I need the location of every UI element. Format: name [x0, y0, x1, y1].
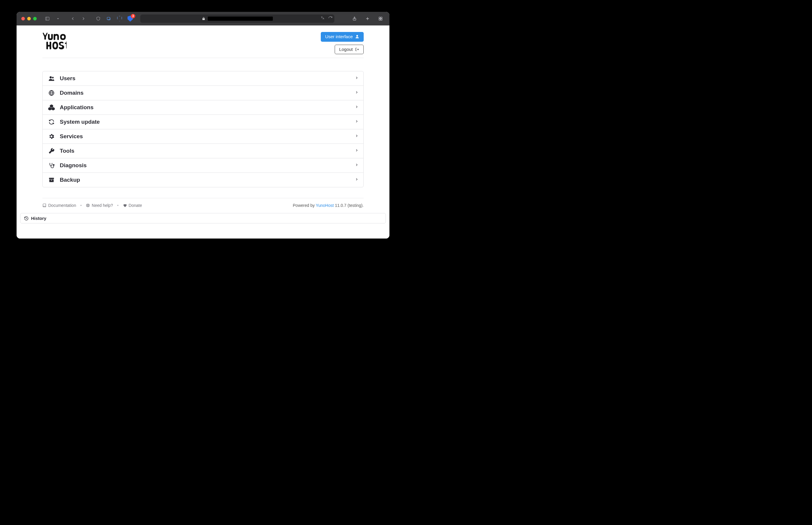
extension-shield-fill-icon[interactable]: 3 [126, 15, 134, 23]
stethoscope-icon [48, 162, 55, 169]
footer-powered-by: Powered by YunoHost 11.0.7 (testing). [293, 203, 364, 208]
menu-item-applications[interactable]: Applications [43, 100, 363, 115]
share-button[interactable] [350, 15, 359, 23]
browser-toolbar: 3 [17, 12, 389, 26]
footer-separator: • [116, 203, 120, 208]
book-icon [42, 203, 46, 208]
svg-line-22 [87, 206, 87, 207]
footer-need-help-label: Need help? [92, 203, 113, 208]
svg-rect-0 [46, 17, 49, 20]
chevron-right-icon [355, 75, 358, 81]
gear-icon [48, 133, 55, 140]
reload-button[interactable] [328, 16, 333, 21]
menu-item-label: Services [60, 133, 350, 140]
main-menu: Users Domains Applications [42, 71, 364, 188]
extension-badge: 3 [131, 14, 135, 18]
archive-icon [48, 176, 55, 183]
sidebar-toggle-button[interactable] [43, 15, 51, 23]
menu-item-tools[interactable]: Tools [43, 144, 363, 158]
logo-icon [42, 32, 66, 50]
menu-item-domains[interactable]: Domains [43, 86, 363, 100]
window-controls [21, 17, 37, 20]
extension-tabs-icon[interactable] [105, 15, 113, 23]
refresh-icon [48, 118, 55, 125]
chevron-right-icon [355, 119, 358, 125]
svg-point-19 [87, 205, 89, 206]
svg-point-11 [50, 76, 52, 78]
svg-rect-10 [381, 19, 382, 20]
svg-rect-3 [107, 17, 110, 19]
menu-item-diagnosis[interactable]: Diagnosis [43, 158, 363, 172]
history-icon [24, 216, 29, 221]
chevron-right-icon [355, 177, 358, 183]
menu-item-label: System update [60, 119, 350, 125]
user-interface-button[interactable]: User interface [321, 32, 364, 42]
address-bar[interactable] [140, 15, 334, 23]
close-window-button[interactable] [21, 17, 25, 20]
browser-window: 3 [17, 12, 389, 239]
footer-documentation-label: Documentation [48, 203, 76, 208]
footer-separator: • [79, 203, 83, 208]
extension-shield-outline-icon[interactable] [116, 15, 124, 23]
footer-donate-link[interactable]: Donate [123, 203, 142, 208]
menu-item-label: Tools [60, 148, 350, 154]
chevron-right-icon [355, 163, 358, 168]
page-header: User interface Logout [42, 26, 364, 58]
svg-rect-16 [49, 179, 54, 182]
svg-line-21 [89, 204, 89, 205]
menu-item-label: Backup [60, 177, 350, 183]
chevron-right-icon [355, 134, 358, 139]
user-interface-label: User interface [325, 34, 353, 39]
footer-documentation-link[interactable]: Documentation [42, 203, 76, 208]
logout-icon [355, 47, 359, 51]
tab-group-dropdown[interactable] [54, 15, 62, 23]
svg-point-12 [52, 77, 54, 79]
tab-overview-button[interactable] [376, 15, 385, 23]
powered-by-prefix: Powered by [293, 203, 316, 208]
nav-forward-button[interactable] [79, 15, 88, 23]
user-icon [355, 35, 359, 39]
menu-item-backup[interactable]: Backup [43, 172, 363, 187]
menu-item-label: Users [60, 75, 350, 82]
heart-icon [123, 203, 127, 208]
menu-item-label: Diagnosis [60, 162, 350, 169]
privacy-shield-icon[interactable] [94, 15, 102, 23]
powered-by-version: 11.0.7 (testing). [334, 203, 364, 208]
chevron-right-icon [355, 148, 358, 154]
minimize-window-button[interactable] [27, 17, 31, 20]
footer-need-help-link[interactable]: Need help? [86, 203, 113, 208]
translate-icon[interactable] [320, 16, 325, 21]
menu-item-users[interactable]: Users [43, 71, 363, 86]
new-tab-button[interactable] [363, 15, 372, 23]
lock-icon [202, 17, 205, 20]
nav-back-button[interactable] [69, 15, 77, 23]
history-bar[interactable]: History [20, 213, 386, 223]
page-footer: Documentation • Need help? • Donate Powe… [42, 198, 364, 211]
menu-item-system-update[interactable]: System update [43, 115, 363, 129]
menu-item-label: Applications [60, 104, 350, 111]
logout-label: Logout [339, 47, 353, 52]
chevron-right-icon [355, 104, 358, 110]
url-redacted [208, 17, 273, 21]
svg-rect-8 [381, 17, 382, 19]
chevron-right-icon [355, 90, 358, 96]
globe-icon [48, 89, 55, 96]
svg-line-20 [87, 204, 87, 205]
svg-rect-9 [379, 19, 380, 20]
powered-by-link[interactable]: YunoHost [316, 203, 334, 208]
yunohost-logo[interactable] [42, 32, 66, 50]
wrench-icon [48, 147, 55, 154]
svg-rect-7 [379, 17, 380, 19]
menu-item-services[interactable]: Services [43, 129, 363, 144]
cubes-icon [48, 104, 55, 111]
page-content: User interface Logout Users [17, 26, 389, 239]
life-ring-icon [86, 203, 90, 208]
history-label: History [31, 216, 46, 221]
svg-rect-17 [51, 180, 52, 181]
svg-line-23 [89, 206, 89, 207]
menu-item-label: Domains [60, 90, 350, 96]
users-icon [48, 75, 55, 82]
footer-donate-label: Donate [129, 203, 142, 208]
logout-button[interactable]: Logout [335, 45, 364, 55]
maximize-window-button[interactable] [33, 17, 37, 20]
